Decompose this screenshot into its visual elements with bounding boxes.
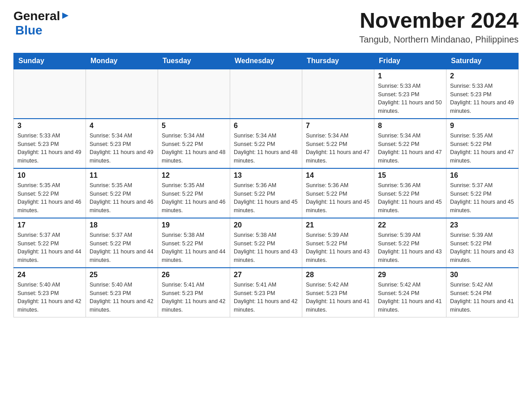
calendar-cell: 16Sunrise: 5:37 AM Sunset: 5:22 PM Dayli… (446, 168, 519, 218)
calendar-cell: 19Sunrise: 5:38 AM Sunset: 5:22 PM Dayli… (158, 218, 230, 268)
day-number: 13 (234, 171, 298, 180)
calendar-cell: 11Sunrise: 5:35 AM Sunset: 5:22 PM Dayli… (86, 168, 158, 218)
day-number: 28 (306, 271, 370, 279)
day-info: Sunrise: 5:34 AM Sunset: 5:22 PM Dayligh… (162, 132, 226, 165)
day-info: Sunrise: 5:37 AM Sunset: 5:22 PM Dayligh… (17, 231, 82, 265)
day-number: 2 (450, 72, 515, 80)
calendar-cell: 7Sunrise: 5:34 AM Sunset: 5:22 PM Daylig… (302, 119, 374, 168)
calendar-cell: 21Sunrise: 5:39 AM Sunset: 5:22 PM Dayli… (302, 218, 374, 268)
day-number: 24 (17, 271, 82, 279)
day-info: Sunrise: 5:33 AM Sunset: 5:23 PM Dayligh… (17, 132, 82, 165)
calendar-cell: 8Sunrise: 5:34 AM Sunset: 5:22 PM Daylig… (374, 119, 446, 168)
weekday-header-monday: Monday (86, 53, 158, 69)
calendar-cell: 14Sunrise: 5:36 AM Sunset: 5:22 PM Dayli… (302, 168, 374, 218)
day-info: Sunrise: 5:38 AM Sunset: 5:22 PM Dayligh… (162, 231, 226, 265)
day-number: 18 (90, 221, 154, 229)
day-number: 7 (306, 122, 370, 130)
day-number: 21 (306, 221, 370, 229)
calendar-cell: 15Sunrise: 5:36 AM Sunset: 5:22 PM Dayli… (374, 168, 446, 218)
calendar-cell: 13Sunrise: 5:36 AM Sunset: 5:22 PM Dayli… (230, 168, 302, 218)
calendar-cell (230, 69, 302, 119)
day-info: Sunrise: 5:39 AM Sunset: 5:22 PM Dayligh… (450, 231, 515, 265)
calendar-cell (158, 69, 230, 119)
calendar-cell: 29Sunrise: 5:42 AM Sunset: 5:24 PM Dayli… (374, 268, 446, 317)
calendar-cell: 24Sunrise: 5:40 AM Sunset: 5:23 PM Dayli… (14, 268, 86, 317)
calendar-week-4: 17Sunrise: 5:37 AM Sunset: 5:22 PM Dayli… (14, 218, 519, 268)
weekday-header-sunday: Sunday (14, 53, 86, 69)
calendar-cell (302, 69, 374, 119)
day-number: 17 (17, 221, 82, 229)
day-number: 15 (378, 171, 442, 180)
weekday-header-tuesday: Tuesday (158, 53, 230, 69)
calendar-week-5: 24Sunrise: 5:40 AM Sunset: 5:23 PM Dayli… (14, 268, 519, 317)
weekday-header-friday: Friday (374, 53, 446, 69)
day-number: 14 (306, 171, 370, 180)
logo-blue-text: Blue (15, 23, 43, 37)
weekday-header-thursday: Thursday (302, 53, 374, 69)
calendar-cell: 2Sunrise: 5:33 AM Sunset: 5:23 PM Daylig… (446, 69, 519, 119)
calendar-cell: 10Sunrise: 5:35 AM Sunset: 5:22 PM Dayli… (14, 168, 86, 218)
day-info: Sunrise: 5:35 AM Sunset: 5:22 PM Dayligh… (90, 181, 154, 215)
day-number: 12 (162, 171, 226, 180)
calendar-cell: 9Sunrise: 5:35 AM Sunset: 5:22 PM Daylig… (446, 119, 519, 168)
calendar-cell: 25Sunrise: 5:40 AM Sunset: 5:23 PM Dayli… (86, 268, 158, 317)
day-number: 30 (450, 271, 515, 279)
day-number: 25 (90, 271, 154, 279)
day-number: 20 (234, 221, 298, 229)
day-info: Sunrise: 5:35 AM Sunset: 5:22 PM Dayligh… (450, 132, 515, 165)
day-info: Sunrise: 5:35 AM Sunset: 5:22 PM Dayligh… (162, 181, 226, 215)
day-number: 8 (378, 122, 442, 130)
day-info: Sunrise: 5:42 AM Sunset: 5:23 PM Dayligh… (306, 281, 370, 314)
calendar-cell: 20Sunrise: 5:38 AM Sunset: 5:22 PM Dayli… (230, 218, 302, 268)
day-info: Sunrise: 5:41 AM Sunset: 5:23 PM Dayligh… (162, 281, 226, 314)
day-info: Sunrise: 5:41 AM Sunset: 5:23 PM Dayligh… (234, 281, 298, 314)
day-info: Sunrise: 5:40 AM Sunset: 5:23 PM Dayligh… (17, 281, 82, 314)
day-number: 23 (450, 221, 515, 229)
day-number: 27 (234, 271, 298, 279)
calendar-header-row: SundayMondayTuesdayWednesdayThursdayFrid… (14, 53, 519, 69)
day-number: 26 (162, 271, 226, 279)
day-number: 4 (90, 122, 154, 130)
day-number: 11 (90, 171, 154, 180)
logo-general-text: General (13, 9, 60, 23)
calendar-cell: 3Sunrise: 5:33 AM Sunset: 5:23 PM Daylig… (14, 119, 86, 168)
day-info: Sunrise: 5:34 AM Sunset: 5:22 PM Dayligh… (306, 132, 370, 165)
day-info: Sunrise: 5:36 AM Sunset: 5:22 PM Dayligh… (306, 181, 370, 215)
day-info: Sunrise: 5:36 AM Sunset: 5:22 PM Dayligh… (378, 181, 442, 215)
calendar-week-3: 10Sunrise: 5:35 AM Sunset: 5:22 PM Dayli… (14, 168, 519, 218)
day-info: Sunrise: 5:36 AM Sunset: 5:22 PM Dayligh… (234, 181, 298, 215)
calendar-cell (86, 69, 158, 119)
day-info: Sunrise: 5:42 AM Sunset: 5:24 PM Dayligh… (450, 281, 515, 314)
calendar-cell: 28Sunrise: 5:42 AM Sunset: 5:23 PM Dayli… (302, 268, 374, 317)
day-info: Sunrise: 5:39 AM Sunset: 5:22 PM Dayligh… (306, 231, 370, 265)
day-number: 22 (378, 221, 442, 229)
day-number: 1 (378, 72, 442, 80)
calendar-cell: 27Sunrise: 5:41 AM Sunset: 5:23 PM Dayli… (230, 268, 302, 317)
calendar-cell: 22Sunrise: 5:39 AM Sunset: 5:22 PM Dayli… (374, 218, 446, 268)
weekday-header-saturday: Saturday (446, 53, 519, 69)
day-info: Sunrise: 5:37 AM Sunset: 5:22 PM Dayligh… (450, 181, 515, 215)
calendar-week-2: 3Sunrise: 5:33 AM Sunset: 5:23 PM Daylig… (14, 119, 519, 168)
calendar-cell: 30Sunrise: 5:42 AM Sunset: 5:24 PM Dayli… (446, 268, 519, 317)
day-info: Sunrise: 5:42 AM Sunset: 5:24 PM Dayligh… (378, 281, 442, 314)
day-info: Sunrise: 5:33 AM Sunset: 5:23 PM Dayligh… (450, 82, 515, 116)
day-number: 5 (162, 122, 226, 130)
day-info: Sunrise: 5:34 AM Sunset: 5:22 PM Dayligh… (234, 132, 298, 165)
calendar-cell (14, 69, 86, 119)
calendar-cell: 5Sunrise: 5:34 AM Sunset: 5:22 PM Daylig… (158, 119, 230, 168)
day-number: 19 (162, 221, 226, 229)
calendar-cell: 18Sunrise: 5:37 AM Sunset: 5:22 PM Dayli… (86, 218, 158, 268)
svg-marker-0 (62, 13, 69, 19)
location-title: Tangub, Northern Mindanao, Philippines (359, 34, 519, 45)
day-number: 10 (17, 171, 82, 180)
day-number: 3 (17, 122, 82, 130)
calendar-week-1: 1Sunrise: 5:33 AM Sunset: 5:23 PM Daylig… (14, 69, 519, 119)
calendar-table: SundayMondayTuesdayWednesdayThursdayFrid… (13, 53, 519, 317)
logo-triangle-icon (61, 12, 69, 21)
day-info: Sunrise: 5:37 AM Sunset: 5:22 PM Dayligh… (90, 231, 154, 265)
day-number: 6 (234, 122, 298, 130)
day-info: Sunrise: 5:39 AM Sunset: 5:22 PM Dayligh… (378, 231, 442, 265)
day-info: Sunrise: 5:35 AM Sunset: 5:22 PM Dayligh… (17, 181, 82, 215)
day-info: Sunrise: 5:34 AM Sunset: 5:23 PM Dayligh… (90, 132, 154, 165)
calendar-cell: 4Sunrise: 5:34 AM Sunset: 5:23 PM Daylig… (86, 119, 158, 168)
